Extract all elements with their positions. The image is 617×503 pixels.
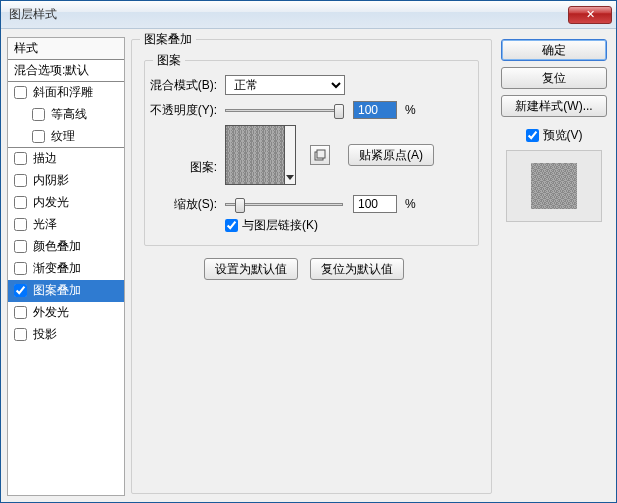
scale-label: 缩放(S): <box>145 196 225 213</box>
options-panel: 图案叠加 图案 混合模式(B): 正常 不透明度(Y): <box>129 37 494 496</box>
style-row-gradientoverlay[interactable]: 渐变叠加 <box>8 258 124 280</box>
row-opacity: 不透明度(Y): % <box>145 101 468 119</box>
style-row-innerglow[interactable]: 内发光 <box>8 192 124 214</box>
preview-label: 预览(V) <box>543 127 583 144</box>
label-satin: 光泽 <box>33 216 57 233</box>
style-row-contour[interactable]: 等高线 <box>8 104 124 126</box>
style-row-dropshadow[interactable]: 投影 <box>8 324 124 346</box>
set-default-button[interactable]: 设置为默认值 <box>204 258 298 280</box>
checkbox-stroke[interactable] <box>14 152 27 165</box>
checkbox-bevel[interactable] <box>14 86 27 99</box>
scale-input[interactable] <box>353 195 397 213</box>
row-pattern: 图案: 贴紧原点(A) <box>145 125 434 185</box>
checkbox-texture[interactable] <box>32 130 45 143</box>
pattern-swatch[interactable] <box>225 125 285 185</box>
preview-area <box>506 150 602 222</box>
opacity-slider-thumb[interactable] <box>334 104 344 119</box>
label-dropshadow: 投影 <box>33 326 57 343</box>
scale-percent: % <box>405 197 416 211</box>
blend-options-row[interactable]: 混合选项:默认 <box>8 60 124 82</box>
checkbox-satin[interactable] <box>14 218 27 231</box>
row-scale: 缩放(S): % <box>145 195 468 213</box>
checkbox-dropshadow[interactable] <box>14 328 27 341</box>
pattern-label: 图案: <box>145 135 225 176</box>
style-row-coloroverlay[interactable]: 颜色叠加 <box>8 236 124 258</box>
groupbox-pattern: 图案 混合模式(B): 正常 不透明度(Y): <box>144 60 479 246</box>
content-area: 样式 混合选项:默认 斜面和浮雕 等高线 纹理 描边 内阴影 <box>1 29 616 502</box>
window-title: 图层样式 <box>9 6 568 23</box>
label-bevel: 斜面和浮雕 <box>33 84 93 101</box>
ok-button[interactable]: 确定 <box>501 39 607 61</box>
legend-pattern-overlay: 图案叠加 <box>140 31 196 48</box>
pattern-dropdown-button[interactable] <box>285 125 296 185</box>
style-row-outerglow[interactable]: 外发光 <box>8 302 124 324</box>
link-layer-label: 与图层链接(K) <box>242 217 318 234</box>
opacity-percent: % <box>405 103 416 117</box>
style-row-innershadow[interactable]: 内阴影 <box>8 170 124 192</box>
style-row-texture[interactable]: 纹理 <box>8 126 124 148</box>
label-coloroverlay: 颜色叠加 <box>33 238 81 255</box>
opacity-input[interactable] <box>353 101 397 119</box>
preview-thumbnail <box>531 163 577 209</box>
style-row-patternoverlay[interactable]: 图案叠加 <box>8 280 124 302</box>
checkbox-patternoverlay[interactable] <box>14 284 27 297</box>
label-contour: 等高线 <box>51 106 87 123</box>
label-stroke: 描边 <box>33 150 57 167</box>
chevron-down-icon <box>286 175 294 180</box>
new-style-button[interactable]: 新建样式(W)... <box>501 95 607 117</box>
style-row-stroke[interactable]: 描边 <box>8 148 124 170</box>
reset-default-button[interactable]: 复位为默认值 <box>310 258 404 280</box>
blend-mode-label: 混合模式(B): <box>145 77 225 94</box>
row-link: 与图层链接(K) <box>225 217 318 234</box>
titlebar: 图层样式 ✕ <box>1 1 616 29</box>
checkbox-innerglow[interactable] <box>14 196 27 209</box>
scale-slider[interactable] <box>225 203 343 206</box>
blend-options-label: 混合选项:默认 <box>14 62 89 79</box>
right-action-panel: 确定 复位 新建样式(W)... 预览(V) <box>498 37 610 496</box>
label-outerglow: 外发光 <box>33 304 69 321</box>
legend-pattern: 图案 <box>153 52 185 69</box>
checkbox-innershadow[interactable] <box>14 174 27 187</box>
new-preset-button[interactable] <box>310 145 330 165</box>
checkbox-outerglow[interactable] <box>14 306 27 319</box>
label-patternoverlay: 图案叠加 <box>33 282 81 299</box>
style-row-bevel[interactable]: 斜面和浮雕 <box>8 82 124 104</box>
blend-mode-select[interactable]: 正常 <box>225 75 345 95</box>
close-button[interactable]: ✕ <box>568 6 612 24</box>
label-innerglow: 内发光 <box>33 194 69 211</box>
preview-checkbox[interactable] <box>526 129 539 142</box>
opacity-slider[interactable] <box>225 109 343 112</box>
scale-slider-thumb[interactable] <box>235 198 245 213</box>
label-innershadow: 内阴影 <box>33 172 69 189</box>
style-list: 样式 混合选项:默认 斜面和浮雕 等高线 纹理 描边 内阴影 <box>7 37 125 496</box>
style-row-satin[interactable]: 光泽 <box>8 214 124 236</box>
svg-rect-1 <box>317 150 325 158</box>
row-blend-mode: 混合模式(B): 正常 <box>145 75 468 95</box>
checkbox-coloroverlay[interactable] <box>14 240 27 253</box>
label-texture: 纹理 <box>51 128 75 145</box>
stylelist-header[interactable]: 样式 <box>8 38 124 60</box>
link-layer-checkbox[interactable] <box>225 219 238 232</box>
checkbox-contour[interactable] <box>32 108 45 121</box>
layer-style-dialog: 图层样式 ✕ 样式 混合选项:默认 斜面和浮雕 等高线 纹理 描边 <box>0 0 617 503</box>
checkbox-gradientoverlay[interactable] <box>14 262 27 275</box>
groupbox-pattern-overlay: 图案叠加 图案 混合模式(B): 正常 不透明度(Y): <box>131 39 492 494</box>
new-preset-icon <box>314 149 326 161</box>
row-defaults: 设置为默认值 复位为默认值 <box>204 258 404 280</box>
label-gradientoverlay: 渐变叠加 <box>33 260 81 277</box>
snap-origin-button[interactable]: 贴紧原点(A) <box>348 144 434 166</box>
opacity-label: 不透明度(Y): <box>145 102 225 119</box>
cancel-button[interactable]: 复位 <box>501 67 607 89</box>
